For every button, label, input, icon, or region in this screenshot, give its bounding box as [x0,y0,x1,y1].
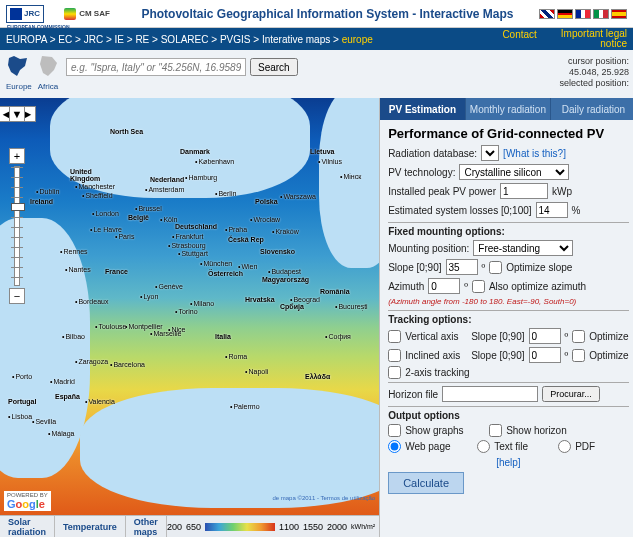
out-web-radio[interactable] [388,440,401,453]
bc-re[interactable]: RE [135,34,149,45]
label-wroclaw: Wrocław [250,216,280,223]
language-flags [539,9,627,19]
tab-monthly[interactable]: Monthly radiation [466,98,552,120]
calculate-button[interactable]: Calculate [388,472,464,494]
cmsaf-text: CM SAF [79,9,110,18]
label-hrvatska: Hrvatska [245,296,275,303]
loss-input[interactable] [536,202,568,218]
tslope2-deg: º [565,350,569,361]
label-amsterdam: Amsterdam [145,186,184,193]
tslope1-input[interactable] [529,328,561,344]
continent-africa[interactable]: Africa [36,54,60,91]
vert-checkbox[interactable] [388,330,401,343]
logo-cmsaf: CM SAF [58,5,116,23]
horizon-input[interactable] [442,386,538,402]
out-horizon-checkbox[interactable] [489,424,502,437]
bc-ec[interactable]: EC [58,34,72,45]
out-text-label: Text file [494,441,554,452]
maptab-solar[interactable]: Solar radiation [0,516,55,537]
browse-button[interactable] [542,386,600,402]
track-section: Tracking options: [388,310,628,325]
search-input[interactable] [66,58,246,76]
label-strasbourg: Strasbourg [168,242,206,249]
label-budapest: Budapest [268,268,301,275]
tech-label: PV technology: [388,167,455,178]
label-vilnius: Vilnius [318,158,342,165]
label-nice: Nice [168,326,185,333]
db-label: Radiation database: [388,148,477,159]
topt1-checkbox[interactable] [572,330,585,343]
maptab-temp[interactable]: Temperature [55,516,126,537]
out-pdf-radio[interactable] [558,440,571,453]
label-sevilla: Sevilla [32,418,56,425]
mount-select[interactable]: Free-standing [473,240,573,256]
label-warszawa: Warszawa [280,193,316,200]
label-nantes: Nantes [65,266,91,273]
tslope1-deg: º [565,331,569,342]
flag-fr[interactable] [575,9,591,19]
tech-select[interactable]: Crystalline silicon [459,164,569,180]
loss-label: Estimated system losses [0;100] [388,205,531,216]
label-manchester: Manchester [75,183,115,190]
bc-jrc[interactable]: JRC [84,34,103,45]
flag-it[interactable] [593,9,609,19]
label-krakow: Kraków [272,228,299,235]
label-danmark: Danmark [180,148,210,155]
label-espana: España [55,393,80,400]
page-title: Photovoltaic Geographical Information Sy… [116,7,539,21]
bc-europa[interactable]: EUROPA [6,34,47,45]
flag-es[interactable] [611,9,627,19]
bc-current: europe [342,34,373,45]
topt2-checkbox[interactable] [572,349,585,362]
opt-az-label: Also optimize azimuth [489,281,586,292]
flag-uk[interactable] [539,9,555,19]
incl-checkbox[interactable] [388,349,401,362]
search-button[interactable] [250,58,298,76]
label-cesko: Česká Rep [228,236,264,243]
continent-europe[interactable]: Europe [6,54,30,91]
opt-slope-checkbox[interactable] [489,261,502,274]
az-input[interactable] [428,278,460,294]
tab-pv-estimation[interactable]: PV Estimation [380,98,466,120]
tab-daily[interactable]: Daily radiation [551,98,633,120]
pan-down-button[interactable]: ▼ [9,106,25,122]
slope-input[interactable] [446,259,478,275]
db-help-link[interactable]: [What is this?] [503,148,566,159]
bc-pvgis[interactable]: PVGIS [220,34,251,45]
label-bordeaux: Bordeaux [75,298,108,305]
peak-unit: kWp [552,186,572,197]
out-graphs-checkbox[interactable] [388,424,401,437]
jrc-text: JRC [24,9,40,18]
help-link[interactable]: [help] [496,457,520,468]
map-canvas[interactable]: ▲ ◄ ► ▼ + − POWERED BY Google de mapa ©2… [0,98,379,515]
legal-link[interactable]: Important legalnotice [561,29,627,49]
contact-link[interactable]: Contact [502,29,536,49]
twoaxis-checkbox[interactable] [388,366,401,379]
label-rennes: Rennes [60,248,88,255]
label-munchen: München [200,260,232,267]
tslope2-input[interactable] [529,347,561,363]
opt-az-checkbox[interactable] [472,280,485,293]
bc-solarec[interactable]: SOLAREC [161,34,209,45]
label-toulouse: Toulouse [95,323,126,330]
zoom-out-button[interactable]: − [9,288,25,304]
topt2-label: Optimize [589,350,628,361]
zoom-handle[interactable] [11,203,25,211]
db-select[interactable] [481,145,499,161]
bc-ie[interactable]: IE [115,34,124,45]
map-credits[interactable]: de mapa ©2011 - Termos de utilização [272,495,375,501]
flag-de[interactable] [557,9,573,19]
form-heading: Performance of Grid-connected PV [388,126,628,141]
cursor-position: cursor position: 45.048, 25.928 selected… [559,56,629,89]
peak-input[interactable] [500,183,548,199]
out-text-radio[interactable] [477,440,490,453]
label-beograd: Beograd [290,296,320,303]
bc-imaps[interactable]: Interative maps [262,34,330,45]
label-koln: Köln [160,216,177,223]
output-section: Output options [388,406,628,421]
label-palermo: Palermo [230,403,260,410]
maptab-other[interactable]: Other maps [126,516,167,537]
zoom-in-button[interactable]: + [9,148,25,164]
zoom-slider[interactable] [14,166,20,286]
label-milano: Milano [190,300,214,307]
